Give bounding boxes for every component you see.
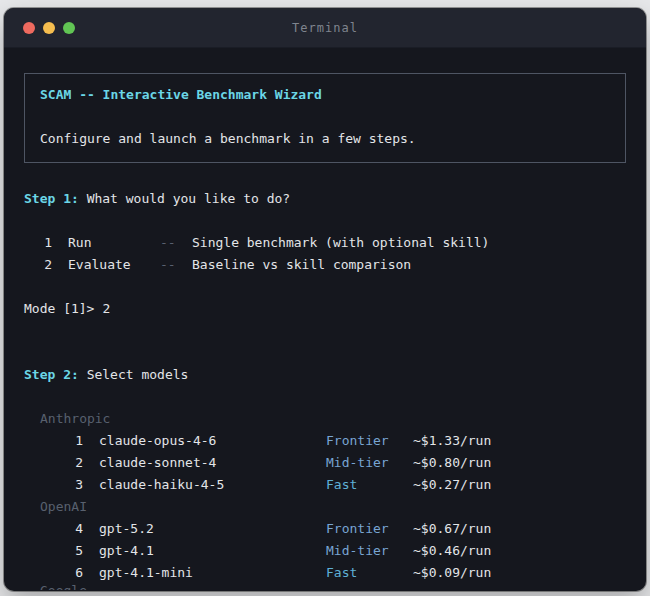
model-name: gpt-4.1 [99, 540, 326, 562]
model-number: 2 [24, 452, 83, 474]
model-tier-badge: Fast [326, 474, 413, 496]
model-row: 3claude-haiku-4-5Fast~$0.27/run [24, 474, 626, 496]
step1-label: Step 1: [24, 191, 79, 206]
model-tier-badge: Mid-tier [326, 540, 413, 562]
model-name: claude-haiku-4-5 [99, 474, 326, 496]
model-row: 4gpt-5.2Frontier~$0.67/run [24, 518, 626, 540]
window-title: Terminal [4, 21, 646, 35]
model-cost: ~$0.80/run [413, 455, 491, 470]
model-cost: ~$0.09/run [413, 565, 491, 580]
model-name: claude-sonnet-4 [99, 452, 326, 474]
step1-heading: Step 1: What would you like to do? [24, 188, 626, 210]
model-name: gpt-5.2 [99, 518, 326, 540]
model-number: 6 [24, 562, 83, 584]
step2-question: Select models [87, 367, 189, 382]
model-cost: ~$1.33/run [413, 433, 491, 448]
model-tier-badge: Frontier [326, 430, 413, 452]
title-bar[interactable]: Terminal [4, 8, 646, 48]
model-tier-badge: Frontier [326, 518, 413, 540]
model-cost: ~$0.27/run [413, 477, 491, 492]
step1-question: What would you like to do? [87, 191, 291, 206]
option-separator: -- [160, 254, 192, 276]
step2-heading: Step 2: Select models [24, 364, 626, 386]
option-number: 1 [24, 232, 52, 254]
wizard-title: SCAM -- Interactive Benchmark Wizard [40, 84, 610, 106]
model-tier-badge: Fast [326, 562, 413, 584]
model-cost: ~$0.46/run [413, 543, 491, 558]
option-name: Evaluate [68, 254, 160, 276]
model-tier-badge: Mid-tier [326, 452, 413, 474]
model-number: 3 [24, 474, 83, 496]
clipped-next-provider: Google [24, 584, 626, 590]
model-row: 2claude-sonnet-4Mid-tier~$0.80/run [24, 452, 626, 474]
model-name: gpt-4.1-mini [99, 562, 326, 584]
mode-prompt-line: Mode [1]>2 [24, 298, 626, 320]
wizard-subtitle: Configure and launch a benchmark in a fe… [40, 128, 610, 150]
mode-prompt-label: Mode [1]> [24, 301, 94, 316]
option-number: 2 [24, 254, 52, 276]
provider-header-openai: OpenAI [24, 496, 626, 518]
option-name: Run [68, 232, 160, 254]
model-number: 5 [24, 540, 83, 562]
model-row: 5gpt-4.1Mid-tier~$0.46/run [24, 540, 626, 562]
mode-option-run: 1Run--Single benchmark (with optional sk… [24, 232, 626, 254]
step2-label: Step 2: [24, 367, 79, 382]
provider-header-anthropic: Anthropic [24, 408, 626, 430]
option-description: Baseline vs skill comparison [192, 257, 411, 272]
model-row: 1claude-opus-4-6Frontier~$1.33/run [24, 430, 626, 452]
model-number: 4 [24, 518, 83, 540]
wizard-banner-box: SCAM -- Interactive Benchmark Wizard Con… [24, 73, 626, 163]
model-number: 1 [24, 430, 83, 452]
model-name: claude-opus-4-6 [99, 430, 326, 452]
terminal-window: Terminal SCAM -- Interactive Benchmark W… [4, 8, 646, 591]
mode-option-evaluate: 2Evaluate--Baseline vs skill comparison [24, 254, 626, 276]
mode-options: 1Run--Single benchmark (with optional sk… [24, 232, 626, 276]
terminal-content: SCAM -- Interactive Benchmark Wizard Con… [4, 48, 646, 590]
option-description: Single benchmark (with optional skill) [192, 235, 489, 250]
model-row: 6gpt-4.1-miniFast~$0.09/run [24, 562, 626, 584]
model-cost: ~$0.67/run [413, 521, 491, 536]
option-separator: -- [160, 232, 192, 254]
mode-input-value[interactable]: 2 [102, 301, 110, 316]
model-list: Anthropic 1claude-opus-4-6Frontier~$1.33… [24, 408, 626, 590]
